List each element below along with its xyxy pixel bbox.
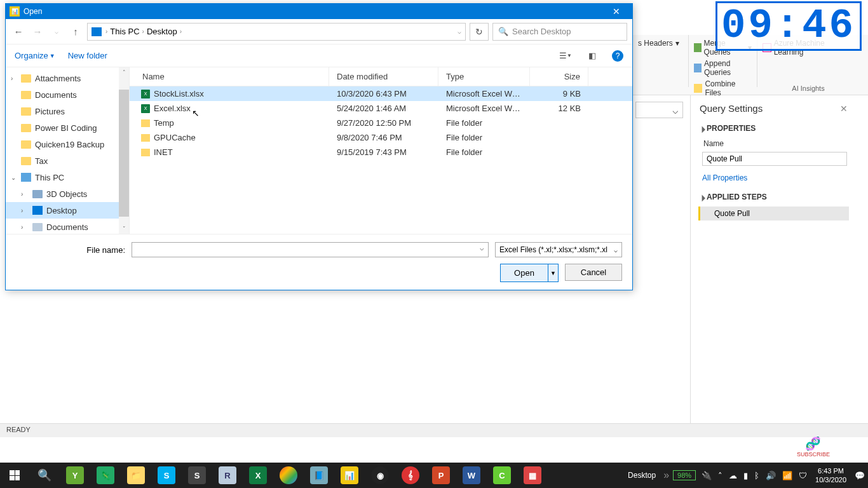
up-button[interactable]: ↑ [68,24,83,39]
taskbar: 🔍 Y 🦎 📁 S S R X 📘 📊 ◉ 𝄞 P W C ▦ Desktop … [0,463,868,488]
column-date[interactable]: Date modified [329,67,438,86]
nav-item-power-bi-coding[interactable]: Power BI Coding [6,119,129,136]
scroll-down-button[interactable]: ˅ [119,224,129,234]
r-icon[interactable]: R [212,463,243,488]
nav-item-3d-objects[interactable]: ›3D Objects [6,186,129,202]
powerbi-icon[interactable]: 📊 [334,463,365,488]
breadcrumb-folder[interactable]: Desktop [147,27,177,36]
all-properties-link[interactable]: All Properties [691,171,857,185]
filename-label: File name: [16,245,125,255]
file-filter-select[interactable]: Excel Files (*.xl;*.xlsx;*.xlsm;*.xlsb ⌵ [495,242,622,257]
recent-dropdown[interactable]: ⌵ [49,24,64,39]
query-name-input[interactable] [702,152,847,166]
refresh-button[interactable]: ↻ [470,23,489,41]
breadcrumb-root[interactable]: This PC [110,27,139,36]
navigation-pane: ›AttachmentsDocumentsPicturesPower BI Co… [6,67,130,234]
view-options-button[interactable]: ☰ ▼ [559,49,573,63]
tray-expand-icon[interactable]: ˄ [715,471,726,480]
task-icon[interactable]: 🦎 [90,463,121,488]
file-open-dialog: 📊 Open ✕ ← → ⌵ ↑ › This PC › Desktop › ⌵… [5,3,633,290]
task-icon[interactable]: ◉ [365,463,395,488]
search-input[interactable]: 🔍 Search Desktop [492,23,627,41]
open-dropdown-button[interactable]: ▼ [548,264,558,281]
task-icon[interactable]: ▦ [517,463,548,488]
dialog-title: Open [24,7,604,16]
nav-item-documents[interactable]: Documents [6,86,129,103]
tray-icon[interactable]: ▮ [740,471,751,480]
nav-item-tax[interactable]: Tax [6,152,129,169]
cancel-button[interactable]: Cancel [565,264,622,281]
bluetooth-icon[interactable]: ᛒ [751,471,763,480]
pc-icon [92,27,102,36]
nav-item-attachments[interactable]: ›Attachments [6,70,129,86]
task-icon[interactable]: 📘 [304,463,334,488]
address-bar[interactable]: › This PC › Desktop › ⌵ [87,23,466,41]
security-icon[interactable]: 🛡 [796,471,810,480]
column-name[interactable]: Name [130,67,329,86]
file-explorer-icon[interactable]: 📁 [121,463,151,488]
excel-icon[interactable]: X [243,463,273,488]
chrome-icon[interactable] [273,463,304,488]
forward-button[interactable]: → [30,24,45,39]
timer-overlay: 09:46 [715,1,862,51]
back-button[interactable]: ← [11,24,26,39]
scroll-up-button[interactable]: ˄ [119,67,129,78]
task-icon[interactable]: Y [60,463,90,488]
preview-pane-button[interactable]: ◧ [585,49,599,63]
file-row[interactable]: XExcel.xlsx5/24/2020 1:46 AMMicrosoft Ex… [130,101,632,116]
scrollbar-thumb[interactable] [119,90,129,217]
status-bar: READY [0,423,868,437]
column-type[interactable]: Type [438,67,530,86]
power-icon[interactable]: 🔌 [698,471,715,480]
app-icon: 📊 [10,6,20,17]
file-row[interactable]: Temp9/27/2020 12:50 PMFile folder [130,116,632,130]
nav-item-desktop[interactable]: ›Desktop [6,202,129,219]
nav-item-quicken19-backup[interactable]: Quicken19 Backup [6,136,129,152]
battery-indicator[interactable]: 98% [673,470,696,480]
column-size[interactable]: Size [530,67,588,86]
properties-section[interactable]: PROPERTIES [691,120,857,137]
wifi-icon[interactable]: 📶 [779,471,796,480]
file-row[interactable]: GPUCache9/8/2020 7:46 PMFile folder [130,130,632,145]
help-icon[interactable]: ? [612,50,623,62]
notifications-icon[interactable]: 💬 [851,471,868,480]
file-row[interactable]: INET9/15/2019 7:43 PMFile folder [130,145,632,159]
applied-step-item[interactable]: Quote Pull [698,207,849,220]
subscribe-badge: 🧬 SUBSCRIBE [797,436,830,458]
file-row[interactable]: XStockList.xlsx10/3/2020 6:43 PMMicrosof… [130,86,632,101]
taskbar-clock[interactable]: 6:43 PM 10/3/2020 [810,466,851,484]
ai-insights-group-label: AI Insights [763,82,854,92]
close-icon[interactable]: ✕ [604,6,628,17]
skype-icon[interactable]: S [151,463,182,488]
query-settings-panel: Query Settings ✕ PROPERTIES Name All Pro… [690,95,857,424]
applied-steps-section[interactable]: APPLIED STEPS [691,189,857,205]
snagit-icon[interactable]: S [182,463,212,488]
open-button[interactable]: Open [501,264,548,281]
search-task-icon[interactable]: 🔍 [29,463,60,488]
organize-button[interactable]: Organize ▼ [15,51,55,60]
search-icon: 🔍 [498,27,508,36]
task-icon[interactable]: 𝄞 [395,463,426,488]
onedrive-icon[interactable]: ☁ [726,471,740,480]
volume-icon[interactable]: 🔊 [763,471,779,480]
dropdown-toggle[interactable]: ⌵ [635,102,683,118]
word-icon[interactable]: W [456,463,487,488]
name-label: Name [691,137,857,151]
powerpoint-icon[interactable]: P [426,463,456,488]
nav-item-pictures[interactable]: Pictures [6,103,129,119]
query-settings-title: Query Settings [700,103,763,114]
nav-item-this-pc[interactable]: ⌄This PC [6,169,129,186]
close-icon[interactable]: ✕ [840,104,848,114]
start-button[interactable] [0,463,29,488]
append-queries-button[interactable]: Append Queries [694,58,752,78]
show-desktop-label[interactable]: Desktop [621,471,662,480]
camtasia-icon[interactable]: C [487,463,517,488]
nav-item-documents[interactable]: ›Documents [6,219,129,234]
new-folder-button[interactable]: New folder [68,51,107,60]
address-dropdown-icon[interactable]: ⌵ [458,28,461,35]
filename-input[interactable] [132,242,489,257]
headers-button[interactable]: s Headers ▾ [638,37,683,49]
